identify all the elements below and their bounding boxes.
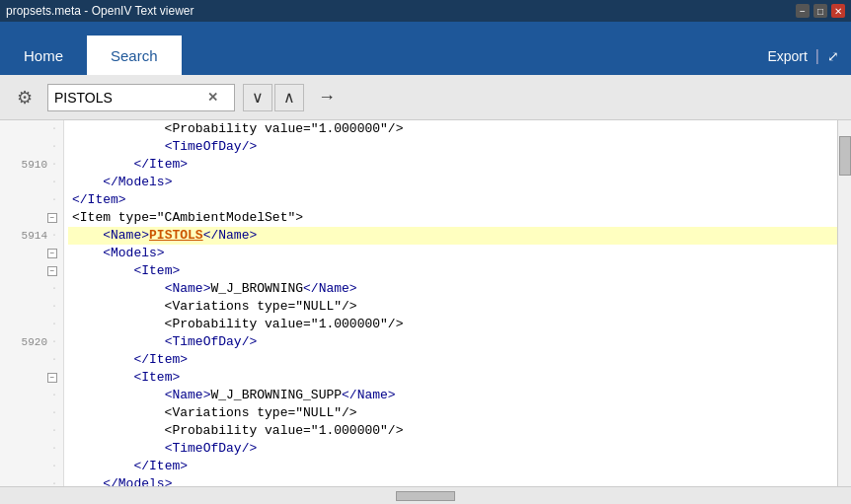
line-number: 5914	[22, 227, 47, 245]
search-bar: ⚙ ✕ ∨ ∧ →	[0, 75, 851, 120]
collapse-button[interactable]: −	[47, 373, 57, 383]
next-match-button[interactable]: ∧	[274, 84, 304, 111]
scrollbar-thumb-h[interactable]	[396, 491, 455, 501]
gutter-line: 5920·	[0, 333, 57, 351]
code-line: <Name>W_J_BROWNING</Name>	[68, 280, 837, 298]
collapse-button[interactable]: −	[47, 266, 57, 276]
code-line: <Models>	[68, 245, 837, 262]
code-line: </Item>	[68, 351, 837, 369]
gutter-line: ·	[0, 120, 57, 138]
title-bar-controls: − □ ✕	[796, 4, 845, 18]
line-number: 5920	[22, 333, 47, 351]
vertical-scrollbar[interactable]	[837, 120, 851, 486]
clear-icon: ✕	[207, 90, 218, 105]
clear-button[interactable]: ✕	[201, 87, 223, 108]
gutter-line: ·	[0, 387, 57, 404]
code-line: <Variations type="NULL"/>	[68, 298, 837, 316]
gutter-line: 5910·	[0, 156, 57, 174]
gutter-line: ·	[0, 174, 57, 191]
search-input-wrap: ✕	[47, 84, 235, 111]
gutter-line: ·	[0, 440, 57, 458]
scrollbar-thumb-v[interactable]	[839, 136, 851, 176]
code-line: <Item>	[68, 369, 837, 387]
tab-home[interactable]: Home	[0, 36, 87, 75]
minimize-button[interactable]: −	[796, 4, 810, 18]
chevron-down-icon: ∨	[252, 88, 264, 107]
close-button[interactable]: ✕	[831, 4, 845, 18]
prev-match-button[interactable]: ∨	[243, 84, 272, 111]
gutter-line: ·	[0, 475, 57, 486]
gutter-line: ·	[0, 458, 57, 475]
code-line: </Models>	[68, 174, 837, 191]
code-line: <Variations type="NULL"/>	[68, 404, 837, 422]
code-line: <Probability value="1.000000"/>	[68, 120, 837, 138]
gutter-line: 5914·	[0, 227, 57, 245]
code-line: <Name>W_J_BROWNING_SUPP</Name>	[68, 387, 837, 404]
collapse-button[interactable]: −	[47, 249, 57, 258]
gutter-line: ·	[0, 316, 57, 333]
code-area[interactable]: <Probability value="1.000000"/> <TimeOfD…	[64, 120, 837, 486]
code-line: </Item>	[68, 191, 837, 209]
code-line: </Item>	[68, 458, 837, 475]
title-bar: propsets.meta - OpenIV Text viewer − □ ✕	[0, 0, 851, 22]
code-line: <Item>	[68, 262, 837, 280]
content-area: · ·5910· · · −5914· − − · · ·5920· · − ·…	[0, 120, 851, 486]
gutter-line: −	[0, 209, 57, 227]
code-line: <TimeOfDay/>	[68, 333, 837, 351]
gutter-line: −	[0, 262, 57, 280]
gutter-line: ·	[0, 422, 57, 440]
expand-button[interactable]: ⤢	[827, 48, 839, 64]
line-number: 5910	[22, 156, 47, 174]
window-title: propsets.meta - OpenIV Text viewer	[6, 4, 194, 18]
gutter-line: −	[0, 369, 57, 387]
gutter-line: ·	[0, 191, 57, 209]
code-line: <Name>PISTOLS</Name>	[68, 227, 837, 245]
line-number-gutter: · ·5910· · · −5914· − − · · ·5920· · − ·…	[0, 120, 64, 486]
gutter-line: ·	[0, 404, 57, 422]
go-button[interactable]: →	[312, 84, 342, 111]
gutter-line: ·	[0, 298, 57, 316]
nav-buttons: ∨ ∧	[243, 84, 304, 111]
gutter-line: ·	[0, 138, 57, 156]
code-line: <Item type="CAmbientModelSet">	[68, 209, 837, 227]
tab-bar: Home Search Export | ⤢	[0, 22, 851, 75]
code-line: </Models>	[68, 475, 837, 486]
gutter-line: ·	[0, 351, 57, 369]
code-line: <Probability value="1.000000"/>	[68, 316, 837, 333]
chevron-up-icon: ∧	[283, 88, 295, 107]
search-input[interactable]	[48, 90, 201, 106]
tab-search[interactable]: Search	[87, 36, 182, 75]
settings-button[interactable]: ⚙	[10, 83, 39, 112]
gutter-line: ·	[0, 280, 57, 298]
gutter-line: −	[0, 245, 57, 262]
go-icon: →	[318, 87, 336, 108]
code-line: <TimeOfDay/>	[68, 138, 837, 156]
status-bar	[0, 486, 851, 504]
maximize-button[interactable]: □	[813, 4, 827, 18]
export-button[interactable]: Export	[767, 48, 807, 64]
code-line: <TimeOfDay/>	[68, 440, 837, 458]
divider: |	[815, 47, 819, 65]
code-line: </Item>	[68, 156, 837, 174]
export-area: Export | ⤢	[767, 47, 851, 75]
gear-icon: ⚙	[17, 87, 33, 108]
code-line: <Probability value="1.000000"/>	[68, 422, 837, 440]
collapse-button[interactable]: −	[47, 213, 57, 223]
